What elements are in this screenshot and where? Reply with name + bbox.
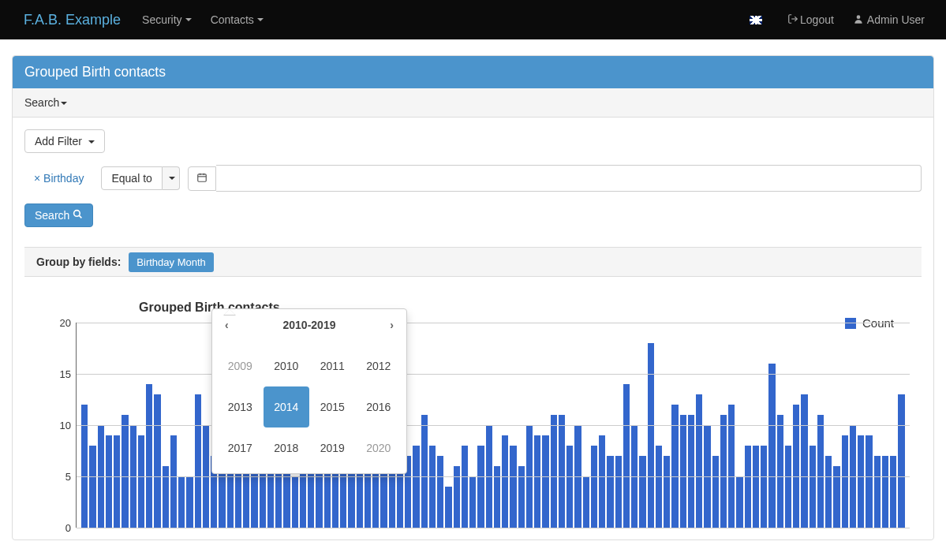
group-by-bar: Group by fields: Birthday Month: [24, 247, 922, 277]
year-cell-2016[interactable]: 2016: [356, 386, 402, 427]
bar: [890, 456, 896, 528]
y-tick: 5: [65, 471, 71, 483]
svg-point-1: [857, 15, 861, 19]
bar: [454, 466, 460, 528]
plot-area: [76, 323, 910, 528]
operator-dropdown-toggle[interactable]: [163, 166, 180, 190]
year-cell-2010[interactable]: 2010: [264, 345, 310, 386]
calendar-button[interactable]: [188, 166, 216, 191]
year-cell-2011[interactable]: 2011: [309, 345, 356, 386]
bar: [648, 343, 654, 528]
bar: [106, 435, 112, 528]
brand-link[interactable]: F.A.B. Example: [12, 12, 133, 28]
picker-next[interactable]: ›: [390, 319, 394, 331]
operator-select[interactable]: Equal to: [101, 166, 179, 190]
bar: [300, 466, 306, 528]
bar: [469, 476, 476, 528]
bar: [445, 487, 451, 528]
bar: [898, 394, 904, 528]
bar: [817, 415, 824, 528]
bar: [745, 446, 751, 528]
bar: [777, 415, 783, 528]
bar: [583, 476, 589, 528]
bar: [607, 456, 613, 528]
svg-line-7: [79, 215, 81, 218]
bar: [421, 415, 428, 528]
year-cell-2009[interactable]: 2009: [217, 345, 264, 386]
filter-value-input[interactable]: [216, 165, 922, 192]
bar: [89, 446, 95, 528]
bar: [146, 384, 152, 528]
bar: [186, 476, 193, 528]
bar: [599, 435, 605, 528]
group-by-tag[interactable]: Birthday Month: [129, 252, 213, 272]
bar: [170, 435, 177, 528]
nav-contacts[interactable]: Contacts: [201, 13, 273, 26]
bar: [801, 394, 807, 528]
year-cell-2017[interactable]: 2017: [217, 427, 264, 469]
bar: [615, 456, 622, 528]
bar: [163, 466, 169, 528]
filter-row: × Birthday Equal to: [24, 165, 922, 192]
operator-value: Equal to: [101, 166, 162, 190]
year-cell-2019[interactable]: 2019: [309, 427, 356, 469]
bar: [559, 415, 565, 528]
bar: [477, 446, 484, 528]
bar: [591, 446, 597, 528]
year-cell-2014[interactable]: 2014: [264, 386, 310, 427]
bar: [81, 405, 88, 528]
bar: [858, 435, 864, 528]
bar: [357, 466, 363, 528]
search-button-label: Search: [35, 209, 69, 222]
logout-link[interactable]: Logout: [778, 13, 843, 27]
year-cell-2012[interactable]: 2012: [356, 345, 402, 386]
main-panel: Grouped Birth contacts Search Add Filter…: [12, 55, 934, 540]
calendar-icon: [196, 174, 208, 185]
bar: [688, 415, 694, 528]
bar: [656, 446, 662, 528]
year-cell-2013[interactable]: 2013: [217, 386, 264, 427]
chevron-down-icon: [257, 18, 264, 21]
bar: [122, 415, 128, 528]
remove-filter-link[interactable]: × Birthday: [24, 167, 93, 189]
search-toggle-label: Search: [24, 96, 59, 109]
bar: [736, 476, 742, 528]
bar: [833, 466, 839, 528]
page-title: Grouped Birth contacts: [13, 56, 933, 88]
search-button[interactable]: Search: [24, 203, 93, 227]
y-axis: 05101520: [36, 323, 76, 528]
year-cell-2020[interactable]: 2020: [356, 427, 402, 469]
nav-security[interactable]: Security: [133, 13, 201, 26]
add-filter-label: Add Filter: [35, 135, 82, 147]
uk-flag-icon[interactable]: [750, 16, 762, 24]
chevron-down-icon: [88, 140, 95, 144]
year-cell-2015[interactable]: 2015: [309, 386, 356, 427]
bar: [195, 394, 201, 528]
bar: [728, 405, 735, 528]
bar: [114, 435, 120, 528]
bar: [178, 476, 185, 528]
bar: [842, 435, 848, 528]
bar: [712, 456, 719, 528]
picker-title[interactable]: 2010-2019: [283, 319, 336, 331]
bar: [793, 405, 799, 528]
add-filter-button[interactable]: Add Filter: [24, 129, 105, 153]
bar: [874, 456, 881, 528]
user-icon: [853, 13, 864, 27]
user-menu[interactable]: Admin User: [843, 13, 934, 27]
bar: [866, 435, 872, 528]
svg-point-6: [74, 211, 80, 217]
search-toggle[interactable]: Search: [13, 88, 933, 118]
bar: [680, 415, 686, 528]
y-tick: 10: [60, 420, 71, 431]
y-tick: 0: [65, 522, 71, 534]
search-icon: [73, 209, 83, 222]
bar: [437, 456, 443, 528]
picker-prev[interactable]: ‹: [225, 319, 229, 331]
bar: [154, 394, 160, 528]
bar: [825, 456, 832, 528]
bar: [639, 456, 645, 528]
year-cell-2018[interactable]: 2018: [264, 427, 310, 469]
logout-label: Logout: [800, 13, 834, 26]
bar: [761, 446, 767, 528]
